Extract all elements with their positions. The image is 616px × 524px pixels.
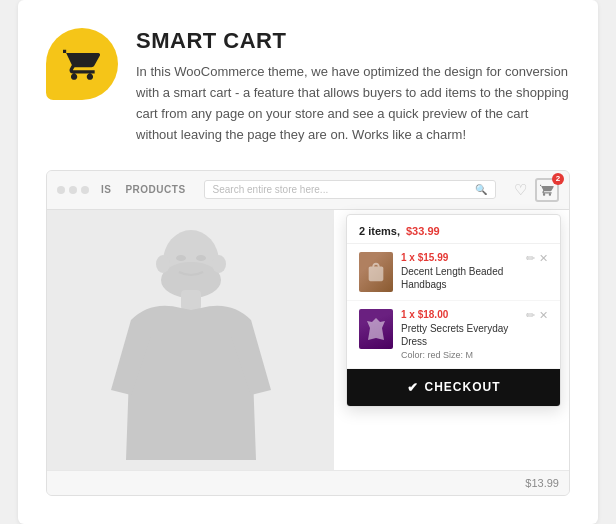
nav-link-products[interactable]: PRODUCTS	[125, 184, 185, 195]
browser-content: 2 items, $33.99 1 x $15.99 Decent Length…	[47, 210, 569, 470]
svg-rect-6	[181, 290, 201, 310]
man-silhouette	[101, 220, 281, 460]
item-qty-price-2: 1 x $18.00	[401, 309, 518, 320]
feature-title: SMART CART	[136, 28, 570, 54]
browser-search-bar[interactable]: Search entire store here... 🔍	[204, 180, 496, 199]
main-card: SMART CART In this WooCommerce theme, we…	[18, 0, 598, 523]
svg-point-5	[196, 255, 206, 261]
nav-link-is[interactable]: IS	[101, 184, 111, 195]
browser-mockup: IS PRODUCTS Search entire store here... …	[46, 170, 570, 496]
browser-footer: $13.99	[47, 470, 569, 495]
svg-point-3	[212, 255, 226, 273]
remove-item-2-icon[interactable]: ✕	[539, 309, 548, 322]
item-name-1: Decent Length Beaded Handbags	[401, 265, 518, 291]
item-thumb-2	[359, 309, 393, 349]
dot-3	[81, 186, 89, 194]
cart-icon-bubble	[46, 28, 118, 100]
checkout-check-icon: ✔	[407, 380, 419, 395]
cart-dropdown: 2 items, $33.99 1 x $15.99 Decent Length…	[346, 214, 561, 407]
browser-icons: ♡ 2	[514, 178, 559, 202]
item-info-2: 1 x $18.00 Pretty Secrets Everyday Dress…	[401, 309, 518, 360]
items-count: 2 items,	[359, 225, 400, 237]
item-thumb-1	[359, 252, 393, 292]
cart-badge: 2	[552, 173, 564, 185]
product-image-area	[47, 210, 334, 470]
cart-icon	[63, 45, 101, 83]
item-actions-1: ✏ ✕	[526, 252, 548, 265]
edit-item-1-icon[interactable]: ✏	[526, 252, 535, 265]
cart-item-2: 1 x $18.00 Pretty Secrets Everyday Dress…	[347, 301, 560, 369]
item-info-1: 1 x $15.99 Decent Length Beaded Handbags	[401, 252, 518, 291]
header-text-block: SMART CART In this WooCommerce theme, we…	[136, 28, 570, 145]
item-actions-2: ✏ ✕	[526, 309, 548, 322]
bag-icon	[365, 261, 387, 283]
item-meta-2: Color: red Size: M	[401, 350, 518, 360]
checkout-label: CHECKOUT	[425, 380, 501, 394]
bag-thumbnail	[359, 252, 393, 292]
search-placeholder-text: Search entire store here...	[213, 184, 329, 195]
cart-dropdown-header: 2 items, $33.99	[347, 215, 560, 244]
browser-dots	[57, 186, 89, 194]
dot-1	[57, 186, 65, 194]
item-qty-price-1: 1 x $15.99	[401, 252, 518, 263]
browser-nav: IS PRODUCTS	[101, 184, 186, 195]
mini-cart-icon	[540, 183, 554, 197]
items-total: $33.99	[406, 225, 440, 237]
checkout-button[interactable]: ✔ CHECKOUT	[347, 369, 560, 406]
edit-item-2-icon[interactable]: ✏	[526, 309, 535, 322]
search-icon: 🔍	[475, 184, 487, 195]
wishlist-icon[interactable]: ♡	[514, 181, 527, 199]
svg-point-2	[156, 255, 170, 273]
item-name-2: Pretty Secrets Everyday Dress	[401, 322, 518, 348]
dot-2	[69, 186, 77, 194]
feature-description: In this WooCommerce theme, we have optim…	[136, 62, 570, 145]
cart-item-1: 1 x $15.99 Decent Length Beaded Handbags…	[347, 244, 560, 301]
dress-icon	[367, 318, 385, 340]
svg-point-4	[176, 255, 186, 261]
cart-button-wrap[interactable]: 2	[535, 178, 559, 202]
dress-thumbnail	[359, 309, 393, 349]
footer-price: $13.99	[525, 477, 559, 489]
remove-item-1-icon[interactable]: ✕	[539, 252, 548, 265]
browser-bar: IS PRODUCTS Search entire store here... …	[47, 171, 569, 210]
feature-header: SMART CART In this WooCommerce theme, we…	[46, 28, 570, 145]
